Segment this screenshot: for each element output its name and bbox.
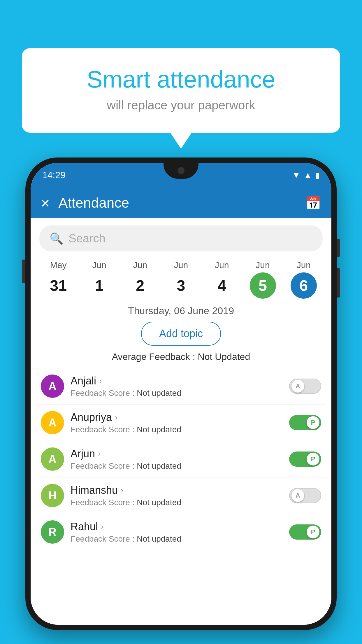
student-info: Arjun ›Feedback Score : Not updated [71, 448, 283, 471]
bubble-title: Smart attendance [42, 66, 320, 93]
cal-month-label: Jun [92, 260, 106, 270]
cal-date-label: 4 [209, 272, 235, 299]
student-name[interactable]: Arjun › [71, 448, 283, 460]
phone-frame: 14:29 ▼ ▲ ▮ × Attendance 📅 [25, 158, 337, 630]
volume-button [22, 260, 25, 283]
cal-date-label: 6 [291, 272, 317, 299]
calendar-strip: May31Jun1Jun2Jun3Jun4Jun5Jun6 [31, 259, 331, 299]
attendance-toggle[interactable]: P [289, 524, 321, 540]
status-icons: ▼ ▲ ▮ [292, 170, 320, 180]
calendar-day[interactable]: May31 [45, 260, 71, 299]
cal-date-label: 2 [127, 272, 153, 299]
volume-button-right [337, 268, 340, 298]
cal-month-label: Jun [174, 260, 188, 270]
attendance-toggle[interactable]: P [289, 452, 321, 467]
score-value: Not updated [137, 461, 181, 470]
toggle-switch[interactable]: P [289, 524, 321, 540]
chevron-icon: › [99, 376, 102, 386]
student-score: Feedback Score : Not updated [71, 425, 283, 434]
close-button[interactable]: × [41, 195, 50, 211]
speech-bubble: Smart attendance will replace your paper… [22, 48, 340, 133]
toggle-switch[interactable]: A [289, 488, 321, 503]
selected-date-label: Thursday, 06 June 2019 [31, 305, 331, 316]
wifi-icon: ▼ [292, 171, 301, 180]
search-placeholder: Search [68, 232, 106, 245]
cal-date-label: 31 [45, 272, 71, 299]
chevron-icon: › [98, 449, 101, 459]
cal-month-label: Jun [256, 260, 270, 270]
cal-month-label: Jun [215, 260, 229, 270]
calendar-day[interactable]: Jun1 [86, 260, 112, 299]
avatar: A [41, 411, 64, 434]
attendance-toggle[interactable]: A [289, 379, 321, 394]
list-item: AAnupriya ›Feedback Score : Not updatedP [36, 405, 326, 441]
toggle-switch[interactable]: A [289, 379, 321, 394]
phone-screen: 14:29 ▼ ▲ ▮ × Attendance 📅 [31, 163, 331, 625]
phone-wrapper: 14:29 ▼ ▲ ▮ × Attendance 📅 [25, 158, 337, 644]
search-bar[interactable]: 🔍 Search [39, 225, 323, 251]
score-value: Not updated [137, 498, 181, 507]
cal-date-label: 5 [250, 272, 276, 299]
power-button [337, 239, 340, 257]
student-list: AAnjali ›Feedback Score : Not updatedAAA… [31, 368, 331, 550]
student-score: Feedback Score : Not updated [71, 534, 283, 544]
toggle-switch[interactable]: P [289, 415, 321, 430]
calendar-icon[interactable]: 📅 [305, 195, 321, 211]
chevron-icon: › [101, 522, 103, 531]
toggle-knob: A [291, 380, 304, 393]
status-time: 14:29 [42, 170, 66, 181]
avatar: R [41, 520, 64, 544]
student-name[interactable]: Anupriya › [71, 411, 283, 424]
student-info: Rahul ›Feedback Score : Not updated [71, 521, 283, 544]
add-topic-button[interactable]: Add topic [141, 322, 221, 346]
student-score: Feedback Score : Not updated [71, 461, 283, 471]
student-info: Anupriya ›Feedback Score : Not updated [71, 411, 283, 434]
list-item: AAnjali ›Feedback Score : Not updatedA [36, 368, 326, 405]
score-value: Not updated [137, 388, 181, 398]
calendar-day[interactable]: Jun6 [291, 260, 317, 299]
score-value: Not updated [137, 534, 181, 543]
student-name[interactable]: Rahul › [71, 521, 283, 533]
list-item: AArjun ›Feedback Score : Not updatedP [36, 441, 326, 477]
list-item: HHimanshu ›Feedback Score : Not updatedA [36, 477, 326, 514]
avatar: A [41, 374, 64, 398]
avatar: H [41, 484, 64, 507]
attendance-toggle[interactable]: P [289, 415, 321, 430]
cal-month-label: Jun [297, 260, 311, 270]
attendance-toggle[interactable]: A [289, 488, 321, 503]
chevron-icon: › [121, 486, 123, 495]
toggle-knob: P [307, 526, 319, 538]
cal-date-label: 3 [168, 272, 194, 299]
avatar: A [41, 447, 64, 471]
student-info: Anjali ›Feedback Score : Not updated [71, 375, 283, 398]
app-toolbar: × Attendance 📅 [31, 188, 331, 218]
student-score: Feedback Score : Not updated [71, 388, 283, 398]
cal-month-label: Jun [133, 260, 147, 270]
main-content: 🔍 Search May31Jun1Jun2Jun3Jun4Jun5Jun6 T… [31, 218, 331, 625]
student-info: Himanshu ›Feedback Score : Not updated [71, 484, 283, 507]
student-name[interactable]: Himanshu › [71, 484, 283, 496]
chevron-icon: › [115, 413, 117, 422]
student-name[interactable]: Anjali › [71, 375, 283, 387]
calendar-day[interactable]: Jun2 [127, 260, 153, 299]
calendar-day[interactable]: Jun5 [250, 260, 276, 299]
signal-icon: ▲ [304, 171, 312, 180]
list-item: RRahul ›Feedback Score : Not updatedP [36, 514, 326, 550]
camera [178, 167, 184, 174]
calendar-day[interactable]: Jun3 [168, 260, 194, 299]
search-icon: 🔍 [50, 232, 63, 245]
toggle-knob: A [291, 489, 304, 502]
avg-feedback-value: Not Updated [198, 351, 250, 362]
cal-date-label: 1 [86, 272, 112, 299]
toggle-switch[interactable]: P [289, 452, 321, 467]
battery-icon: ▮ [315, 170, 320, 180]
student-score: Feedback Score : Not updated [71, 498, 283, 507]
toolbar-title: Attendance [58, 195, 305, 211]
avg-feedback-label: Average Feedback : [112, 351, 195, 362]
toggle-knob: P [307, 416, 319, 429]
notch [164, 163, 198, 179]
calendar-day[interactable]: Jun4 [209, 260, 235, 299]
bubble-subtitle: will replace your paperwork [42, 98, 320, 112]
status-bar: 14:29 ▼ ▲ ▮ [31, 163, 331, 188]
toggle-knob: P [307, 453, 319, 466]
